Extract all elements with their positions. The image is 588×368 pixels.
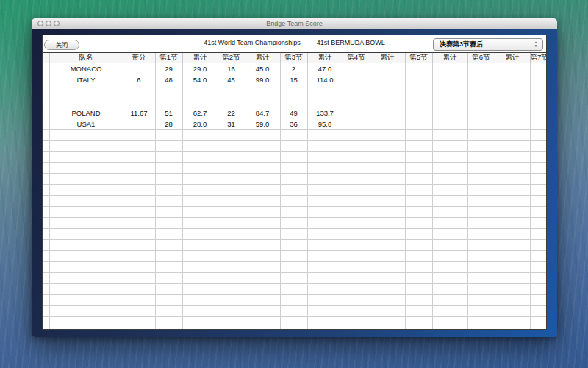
table-cell [218,85,245,96]
table-cell [343,163,370,174]
table-cell [370,317,405,328]
table-cell [343,251,370,262]
table-cell [530,85,546,96]
table-cell [307,273,343,284]
table-cell [432,174,467,185]
table-cell: 22 [218,107,245,118]
table-cell [530,240,546,251]
table-cell [43,174,49,185]
table-cell [155,185,182,196]
table-cell [467,74,495,85]
table-cell [467,229,495,240]
table-cell [370,306,405,317]
table-cell: 47.0 [307,63,343,74]
table-cell [343,152,370,163]
table-cell [123,306,155,317]
table-cell [432,96,467,107]
table-cell [307,317,343,328]
table-cell [155,218,182,229]
table-cell [280,306,307,317]
table-row [43,141,546,152]
content-panel: 关闭 41st World Team Championships ---- 41… [42,35,547,330]
table-cell [43,284,49,295]
table-cell [280,240,307,251]
table-cell [245,240,280,251]
table-cell [155,317,182,328]
table-cell [495,152,530,163]
table-cell [43,240,49,251]
header-cell: 第3节 [280,53,307,63]
table-row [43,130,546,141]
table-cell [343,174,370,185]
table-cell [155,328,182,330]
table-row [43,185,546,196]
table-cell [467,284,495,295]
table-cell [343,306,370,317]
table-cell [467,207,495,218]
table-row [43,328,546,330]
table-cell: 62.7 [182,107,218,118]
header-cell: 累计 [495,53,530,63]
toolbar: 关闭 41st World Team Championships ---- 41… [43,35,546,52]
table-row [43,273,546,284]
table-cell [370,240,405,251]
table-cell [182,328,218,330]
table-cell [343,328,370,330]
table-cell [432,229,467,240]
table-cell [49,273,123,284]
table-cell [495,295,530,306]
titlebar[interactable]: Bridge Team Score [32,18,557,29]
table-cell [530,295,546,306]
table-cell [405,74,432,85]
table-cell [370,96,405,107]
table-cell [182,284,218,295]
table-cell [43,85,49,96]
table-cell [343,118,370,130]
table-cell [432,207,467,218]
table-cell [530,74,546,85]
table-cell [49,152,123,163]
table-cell [43,63,49,74]
table-cell [123,240,155,251]
table-cell [530,130,546,141]
table-cell: ITALY [49,74,123,85]
table-cell [467,306,495,317]
table-cell [218,262,245,273]
table-row [43,196,546,207]
table-cell [405,107,432,118]
table-cell [343,262,370,273]
table-cell [530,262,546,273]
table-row [43,85,546,96]
header-cell: 累计 [307,53,343,63]
table-cell [49,196,123,207]
table-cell [495,207,530,218]
table-cell [405,273,432,284]
table-cell [432,295,467,306]
table-cell [405,295,432,306]
table-cell [307,163,343,174]
table-cell: 84.7 [245,107,280,118]
table-cell [280,284,307,295]
table-cell [43,229,49,240]
table-cell [218,306,245,317]
table-cell [530,328,546,330]
table-cell [245,207,280,218]
table-cell [182,251,218,262]
round-select[interactable]: 决赛第3节赛后 ▲▼ [433,38,543,51]
table-cell [530,96,546,107]
table-cell [245,185,280,196]
table-cell [370,141,405,152]
table-cell [530,118,546,130]
table-cell [432,85,467,96]
table-cell [43,107,49,118]
table-cell [432,141,467,152]
header-cell [43,53,49,63]
table-cell [49,163,123,174]
table-cell [245,96,280,107]
table-cell [218,174,245,185]
table-cell [495,328,530,330]
table-cell [432,107,467,118]
table-cell [467,328,495,330]
table-cell [123,273,155,284]
table-cell [43,196,49,207]
